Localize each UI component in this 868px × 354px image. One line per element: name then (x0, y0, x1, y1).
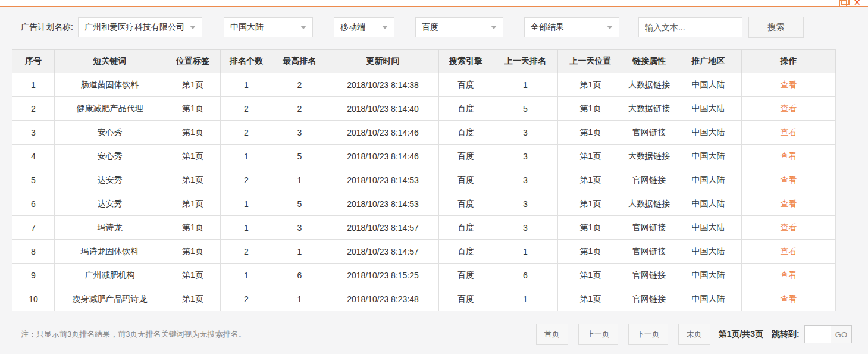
table-cell: 官网链接 (623, 168, 675, 192)
table-cell: 1 (272, 287, 327, 311)
go-button[interactable]: GO (831, 325, 852, 343)
result-filter-select-value: 全部结果 (531, 22, 564, 33)
table-cell: 第1页 (558, 168, 623, 192)
table-row: 8玛诗龙固体饮料第1页212018/10/23 8:14:57百度1第1页官网链… (12, 240, 836, 264)
table-row: 6达安秀第1页152018/10/23 8:14:53百度3第1页大数据链接中国… (12, 192, 836, 216)
view-link[interactable]: 查看 (781, 246, 797, 256)
view-link[interactable]: 查看 (781, 104, 797, 113)
chevron-down-icon (491, 26, 497, 29)
table-header-cell: 排名个数 (221, 50, 272, 73)
table-cell: 健康减肥产品代理 (55, 97, 165, 121)
device-select[interactable]: 移动端 (334, 17, 394, 37)
table-cell: 百度 (439, 216, 493, 240)
table-cell: 中国大陆 (675, 192, 742, 216)
search-button[interactable]: 搜索 (748, 17, 804, 38)
table-header-cell: 序号 (12, 50, 55, 73)
restore-window-icon[interactable] (839, 0, 847, 6)
table-cell: 查看 (742, 287, 836, 311)
plan-name-label: 广告计划名称: (21, 22, 73, 33)
table-cell: 大数据链接 (623, 192, 675, 216)
table-cell: 1 (12, 73, 55, 97)
main-content: 广告计划名称: 广州和爱医疗科技有限公司 中国大陆 移动端 百度 全部结果 搜索 (0, 7, 868, 354)
engine-select[interactable]: 百度 (415, 17, 503, 37)
table-cell: 2 (221, 97, 272, 121)
close-icon[interactable]: ✕ (853, 0, 861, 6)
table-cell: 百度 (439, 192, 493, 216)
result-filter-select[interactable]: 全部结果 (524, 17, 619, 37)
table-cell: 官网链接 (623, 216, 675, 240)
table-cell: 肠道菌固体饮料 (55, 73, 165, 97)
table-cell: 第1页 (165, 287, 221, 311)
page-info: 第1页/共3页 (719, 329, 763, 340)
table-cell: 百度 (439, 97, 493, 121)
table-cell: 6 (12, 192, 55, 216)
table-cell: 1 (493, 73, 558, 97)
table-cell: 百度 (439, 145, 493, 168)
table-cell: 第1页 (165, 216, 221, 240)
table-body: 1肠道菌固体饮料第1页122018/10/23 8:14:38百度1第1页大数据… (12, 73, 836, 311)
table-row: 9广州减肥机构第1页162018/10/23 8:15:25百度6第1页官网链接… (12, 264, 836, 287)
view-link[interactable]: 查看 (781, 223, 797, 232)
region-select[interactable]: 中国大陆 (224, 17, 313, 37)
table-cell: 百度 (439, 121, 493, 145)
prev-page-button[interactable]: 上一页 (578, 324, 618, 345)
view-link[interactable]: 查看 (781, 270, 797, 280)
chevron-down-icon (382, 26, 388, 29)
last-page-button[interactable]: 末页 (678, 324, 710, 345)
table-cell: 2018/10/23 8:15:25 (327, 264, 439, 287)
table-cell: 5 (272, 145, 327, 168)
footer-row: 注：只显示前3页排名结果，前3页无排名关键词视为无搜索排名。 首页 上一页 下一… (21, 324, 852, 345)
table-cell: 3 (493, 216, 558, 240)
table-cell: 大数据链接 (623, 145, 675, 168)
table-cell: 大数据链接 (623, 97, 675, 121)
table-cell: 官网链接 (623, 287, 675, 311)
table-row: 2健康减肥产品代理第1页222018/10/23 8:14:40百度5第1页大数… (12, 97, 836, 121)
table-cell: 中国大陆 (675, 145, 742, 168)
table-cell: 2 (221, 287, 272, 311)
table-header-cell: 推广地区 (675, 50, 742, 73)
table-row: 10瘦身减肥产品玛诗龙第1页212018/10/23 8:23:48百度1第1页… (12, 287, 836, 311)
table-cell: 中国大陆 (675, 264, 742, 287)
view-link[interactable]: 查看 (781, 175, 797, 184)
table-cell: 2018/10/23 8:23:48 (327, 287, 439, 311)
table-cell: 第1页 (558, 73, 623, 97)
plan-name-select[interactable]: 广州和爱医疗科技有限公司 (78, 17, 202, 37)
table-cell: 1 (493, 287, 558, 311)
first-page-button[interactable]: 首页 (536, 324, 568, 345)
table-cell: 1 (221, 73, 272, 97)
keyword-ranking-table: 序号短关键词位置标签排名个数最高排名更新时间搜索引擎上一天排名上一天位置链接属性… (12, 49, 836, 311)
table-cell: 官网链接 (623, 264, 675, 287)
table-header-cell: 位置标签 (165, 50, 221, 73)
table-cell: 3 (272, 216, 327, 240)
engine-select-value: 百度 (422, 22, 438, 33)
table-cell: 3 (272, 121, 327, 145)
table-cell: 2018/10/23 8:14:40 (327, 97, 439, 121)
view-link[interactable]: 查看 (781, 151, 797, 161)
table-cell: 第1页 (558, 264, 623, 287)
table-cell: 2018/10/23 8:14:46 (327, 145, 439, 168)
table-cell: 玛诗龙 (55, 216, 165, 240)
view-link[interactable]: 查看 (781, 294, 797, 303)
table-cell: 8 (12, 240, 55, 264)
table-cell: 第1页 (165, 97, 221, 121)
table-cell: 百度 (439, 168, 493, 192)
table-cell: 6 (493, 264, 558, 287)
next-page-button[interactable]: 下一页 (628, 324, 668, 345)
table-row: 7玛诗龙第1页132018/10/23 8:14:57百度3第1页官网链接中国大… (12, 216, 836, 240)
view-link[interactable]: 查看 (781, 127, 797, 137)
table-cell: 第1页 (558, 145, 623, 168)
table-cell: 1 (221, 192, 272, 216)
filter-bar: 广告计划名称: 广州和爱医疗科技有限公司 中国大陆 移动端 百度 全部结果 搜索 (0, 7, 868, 38)
table-header-cell: 操作 (742, 50, 836, 73)
table-cell: 第1页 (558, 121, 623, 145)
search-input[interactable] (638, 17, 742, 37)
view-link[interactable]: 查看 (781, 80, 797, 89)
table-cell: 2018/10/23 8:14:57 (327, 240, 439, 264)
table-header-cell: 搜索引擎 (439, 50, 493, 73)
table-cell: 5 (272, 192, 327, 216)
table-cell: 5 (12, 168, 55, 192)
view-link[interactable]: 查看 (781, 199, 797, 208)
table-cell: 2018/10/23 8:14:46 (327, 121, 439, 145)
table-cell: 查看 (742, 264, 836, 287)
jump-page-input[interactable] (804, 325, 831, 343)
